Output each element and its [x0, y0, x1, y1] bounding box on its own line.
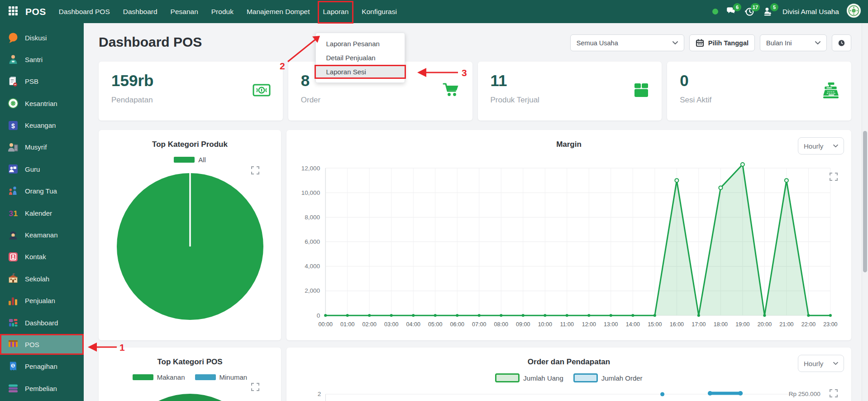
sidebar-item-musyrif[interactable]: Musyrif: [0, 138, 84, 156]
penjualan-icon: [7, 295, 19, 307]
nav-item-pesanan[interactable]: Pesanan: [171, 8, 198, 16]
legend-label: Minuman: [219, 373, 248, 381]
chart-title: Top Kategori Produk: [99, 140, 281, 149]
account-name[interactable]: Divisi Amal Usaha: [782, 8, 839, 16]
sidebar-item-keuangan[interactable]: $Keuangan: [0, 116, 84, 135]
history-button[interactable]: [832, 34, 851, 51]
period-select[interactable]: Bulan Ini: [760, 34, 827, 51]
sidebar-item-pembelian[interactable]: Pembelian: [0, 379, 84, 397]
legend-swatch-jumlah-uang: [495, 373, 520, 382]
chevron-down-icon: [833, 362, 838, 365]
history-icon[interactable]: 17: [744, 7, 755, 17]
interval-value: Hourly: [804, 142, 823, 150]
sidebar-item-penagihan[interactable]: $Penagihan: [0, 358, 84, 376]
sidebar-item-kontak[interactable]: Kontak: [0, 248, 84, 266]
sidebar-item-keamanan[interactable]: Keamanan: [0, 226, 84, 244]
sidebar-item-psb[interactable]: PSB: [0, 72, 84, 91]
svg-text:12:00: 12:00: [582, 321, 596, 328]
svg-text:10:00: 10:00: [538, 321, 552, 328]
top-navbar: POS Dashboard POSDashboardPesananProdukM…: [0, 0, 868, 23]
stat-value: 11: [491, 72, 649, 90]
sidebar-item-kalender[interactable]: 31Kalender: [0, 204, 84, 222]
sidebar-item-santri[interactable]: Santri: [0, 50, 84, 68]
nav-item-dashboard-pos[interactable]: Dashboard POS: [59, 8, 110, 16]
chart-title: Order dan Pendapatan: [286, 358, 851, 367]
stat-label: Order: [301, 96, 460, 105]
svg-text:18:00: 18:00: [714, 321, 728, 328]
sidebar-item-label: Kesantrian: [25, 100, 57, 107]
sidebar-item-label: Pembelian: [25, 385, 57, 392]
svg-text:05:00: 05:00: [428, 321, 442, 328]
chevron-down-icon: [833, 145, 838, 148]
orangtua-icon: [7, 185, 19, 197]
legend-item[interactable]: Minuman: [195, 373, 248, 381]
annotation-box-laporan: [318, 1, 353, 24]
margin-interval-select[interactable]: Hourly: [798, 137, 844, 155]
apps-grid-icon[interactable]: [8, 6, 18, 18]
order-interval-select[interactable]: Hourly: [798, 355, 844, 372]
avatar[interactable]: [847, 4, 861, 19]
svg-text:03:00: 03:00: [384, 321, 398, 328]
calendar-icon: [696, 39, 704, 47]
menu-item-detail-penjualan[interactable]: Detail Penjualan: [316, 51, 405, 65]
psb-icon: [7, 76, 19, 87]
business-select-value: Semua Usaha: [577, 39, 618, 47]
sidebar-item-label: Santri: [25, 56, 43, 63]
svg-text:22:00: 22:00: [801, 321, 816, 328]
stat-cards-row: 159rb Pendapatan 8 Order 11 Produk Terju…: [99, 62, 851, 121]
business-select[interactable]: Semua Usaha: [570, 34, 684, 51]
stat-label: Pendapatan: [111, 96, 270, 105]
legend-item[interactable]: All: [174, 156, 206, 164]
stat-label: Produk Terjual: [491, 96, 649, 105]
nav-item-manajemen-dompet[interactable]: Manajemen Dompet: [247, 8, 310, 16]
margin-chart-card: Margin Hourly 02,0004,0006,0008,00010,00…: [286, 130, 851, 340]
clock-icon: [838, 39, 845, 48]
menu-item-laporan-pesanan[interactable]: Laporan Pesanan: [316, 37, 405, 51]
sidebar-item-sekolah[interactable]: Sekolah: [0, 270, 84, 288]
sidebar-item-guru[interactable]: Guru: [0, 160, 84, 178]
nav-item-produk[interactable]: Produk: [211, 8, 234, 16]
header-controls: Semua Usaha Pilih Tanggal Bulan Ini: [570, 34, 851, 51]
chart-title: Margin: [286, 140, 851, 149]
chevron-down-icon: [815, 41, 820, 45]
nav-item-laporan[interactable]: Laporan: [323, 8, 348, 16]
fullscreen-icon[interactable]: [830, 173, 838, 181]
user-requests-icon[interactable]: 5: [763, 7, 774, 17]
svg-text:11:00: 11:00: [560, 321, 574, 328]
sidebar-item-diskusi[interactable]: Diskusi: [0, 29, 84, 47]
legend-item[interactable]: Jumlah Uang: [495, 373, 563, 382]
fullscreen-icon[interactable]: [251, 383, 259, 391]
cart-icon: [443, 82, 461, 100]
stat-value: 159rb: [111, 72, 270, 90]
pembelian-icon: [7, 382, 19, 394]
online-status-dot: [712, 9, 718, 14]
sidebar-item-label: Penagihan: [25, 362, 57, 370]
svg-text:$: $: [12, 363, 14, 368]
legend-swatch-jumlah-order: [573, 373, 598, 382]
stat-label: Sesi Aktif: [680, 96, 839, 105]
legend-item[interactable]: Jumlah Order: [573, 373, 643, 382]
scrollbar-thumb[interactable]: [863, 131, 867, 272]
sidebar-item-dashboard[interactable]: Dashboard: [0, 314, 84, 332]
penagihan-icon: $: [7, 361, 19, 372]
navbar-right: 6 17 5 Divisi Amal Usaha: [712, 4, 861, 19]
svg-text:06:00: 06:00: [450, 321, 464, 328]
svg-text:21:00: 21:00: [779, 321, 793, 328]
chat-icon[interactable]: 6: [726, 7, 737, 17]
pos-icon: [7, 338, 19, 350]
sidebar-item-kesantrian[interactable]: Kesantrian: [0, 94, 84, 112]
sidebar-item-label: Diskusi: [25, 34, 47, 42]
pick-date-label: Pilih Tanggal: [708, 39, 749, 47]
fullscreen-icon[interactable]: [251, 166, 259, 174]
pick-date-button[interactable]: Pilih Tanggal: [689, 34, 755, 51]
sidebar-item-orang-tua[interactable]: Orang Tua: [0, 182, 84, 200]
nav-item-dashboard[interactable]: Dashboard: [123, 8, 157, 16]
sidebar-item-penjualan[interactable]: Penjualan: [0, 292, 84, 310]
period-select-value: Bulan Ini: [766, 39, 792, 47]
package-icon: [633, 82, 650, 100]
sidebar-item-pos[interactable]: POS: [0, 334, 84, 355]
menu-item-laporan-sesi[interactable]: Laporan Sesi: [315, 65, 406, 79]
sidebar-item-label: Sekolah: [25, 275, 49, 283]
legend-item[interactable]: Makanan: [133, 373, 185, 381]
nav-item-konfigurasi[interactable]: Konfigurasi: [362, 8, 397, 16]
